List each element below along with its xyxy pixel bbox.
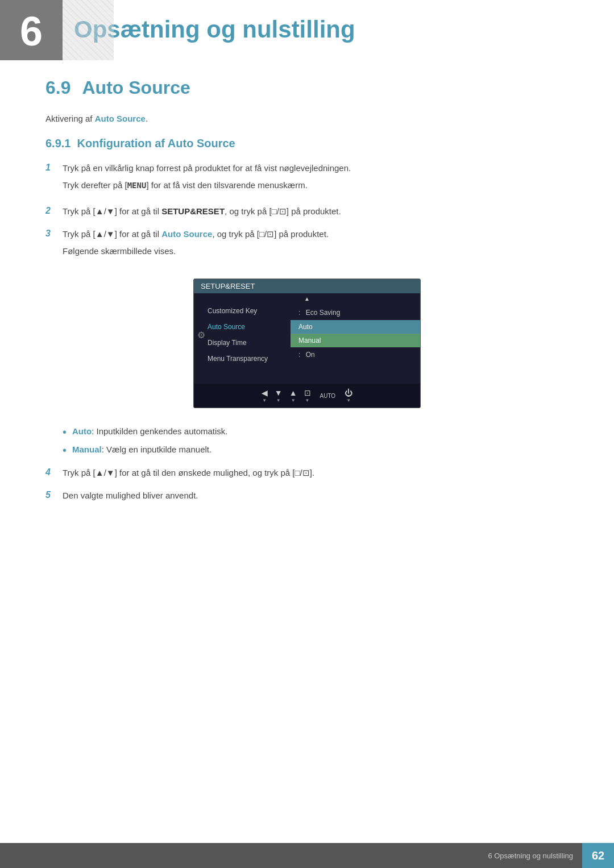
subsection-number: 6.9.1	[45, 137, 70, 149]
footer-page-number: 62	[582, 843, 614, 868]
menu-right-manual: Manual	[291, 334, 420, 347]
bullet-item-auto: • Auto: Inputkilden genkendes automatisk…	[63, 425, 569, 439]
bullet-dot-auto: •	[63, 425, 67, 439]
step-4-number: 4	[45, 466, 63, 477]
menu-screen-image: SETUP&RESET ▲ ⚙ Customized Key Auto Sour…	[45, 279, 569, 408]
bullet-manual-text: : Vælg en inputkilde manuelt.	[102, 445, 211, 454]
menu-title-bar: SETUP&RESET	[194, 279, 420, 293]
step-3-bold: Auto Source	[161, 229, 212, 239]
bottom-icon-back: ◀ ▼	[262, 388, 268, 403]
bullet-auto-text: : Inputkilden genkendes automatisk.	[92, 426, 227, 436]
menu-right-auto: Auto	[291, 320, 420, 334]
step-2-number: 2	[45, 205, 63, 216]
menu-key: MENU	[127, 181, 147, 190]
step-2-content: Tryk på [▲/▼] for at gå til SETUP&RESET,…	[63, 205, 569, 218]
bullet-auto-content: Auto: Inputkilden genkendes automatisk.	[72, 425, 227, 438]
step-4-content: Tryk på [▲/▼] for at gå til den ønskede …	[63, 466, 569, 480]
step-1-sub: Tryk derefter på [MENU] for at få vist d…	[63, 178, 569, 192]
step-2: 2 Tryk på [▲/▼] for at gå til SETUP&RESE…	[45, 205, 569, 218]
menu-up-arrow: ▲	[194, 293, 420, 303]
menu-right-on: : On	[291, 347, 420, 362]
intro-bold: Auto Source	[95, 114, 146, 123]
bullet-manual-bold: Manual	[72, 445, 102, 454]
chapter-header: 6 Opsætning og nulstilling	[0, 0, 614, 60]
step-3-sub: Følgende skærmbillede vises.	[63, 244, 569, 258]
step-3-content: Tryk på [▲/▼] for at gå til Auto Source,…	[63, 227, 569, 261]
menu-content-row: ⚙ Customized Key Auto Source Display Tim…	[200, 303, 420, 367]
subsection-title: Konfiguration af Auto Source	[77, 137, 235, 149]
bottom-icon-up: ▲ ▼	[289, 388, 297, 403]
main-content: 6.9Auto Source Aktivering af Auto Source…	[0, 60, 614, 557]
menu-item-customized: Customized Key	[200, 303, 291, 319]
step-2-bold: SETUP&RESET	[161, 206, 225, 216]
bottom-icon-enter: ⊡ ▼	[304, 388, 311, 403]
chapter-number-box: 6	[0, 0, 63, 60]
step-4: 4 Tryk på [▲/▼] for at gå til den ønsked…	[45, 466, 569, 480]
step-1-content: Tryk på en vilkårlig knap forrest på pro…	[63, 161, 569, 196]
step-1-main: Tryk på en vilkårlig knap forrest på pro…	[63, 163, 351, 173]
bullet-auto-bold: Auto	[72, 426, 92, 436]
chapter-title: Opsætning og nulstilling	[74, 0, 614, 43]
bottom-auto-label: AUTO	[320, 393, 336, 399]
step-5-number: 5	[45, 489, 63, 500]
menu-items-wrapper: ⚙ Customized Key Auto Source Display Tim…	[194, 303, 420, 367]
step-5: 5 Den valgte mulighed bliver anvendt.	[45, 489, 569, 502]
bottom-icon-power: ⏻ ▼	[345, 388, 352, 403]
section-title: Auto Source	[82, 77, 190, 98]
step-3-number: 3	[45, 227, 63, 239]
menu-item-displaytime: Display Time	[200, 335, 291, 351]
subsection-heading: 6.9.1 Konfiguration af Auto Source	[45, 137, 569, 150]
footer-section-text: 6 Opsætning og nulstilling	[488, 852, 582, 860]
intro-text: Aktivering af	[45, 114, 95, 123]
section-number: 6.9	[45, 77, 70, 98]
bullet-list: • Auto: Inputkilden genkendes automatisk…	[63, 425, 569, 457]
step-5-content: Den valgte mulighed bliver anvendt.	[63, 489, 569, 502]
menu-right-panel: : Eco Saving Auto Manual : On	[291, 303, 420, 367]
menu-item-menutransparency: Menu Transparency	[200, 351, 291, 367]
chapter-number: 6	[20, 11, 43, 52]
step-1: 1 Tryk på en vilkårlig knap forrest på p…	[45, 161, 569, 196]
intro-end: .	[146, 114, 148, 123]
menu-item-autosource: Auto Source	[200, 319, 291, 335]
page-footer: 6 Opsætning og nulstilling 62	[0, 843, 614, 868]
bullet-item-manual: • Manual: Vælg en inputkilde manuelt.	[63, 443, 569, 457]
bullet-manual-content: Manual: Vælg en inputkilde manuelt.	[72, 443, 211, 456]
section-heading: 6.9Auto Source	[45, 77, 569, 98]
menu-bottom-bar: ◀ ▼ ▼ ▼ ▲ ▼ ⊡ ▼ AUTO ⏻ ▼	[194, 384, 420, 408]
menu-screen: SETUP&RESET ▲ ⚙ Customized Key Auto Sour…	[193, 279, 421, 408]
gear-icon: ⚙	[197, 330, 205, 340]
menu-spacer	[194, 367, 420, 384]
menu-left-panel: Customized Key Auto Source Display Time …	[200, 303, 291, 367]
bullet-dot-manual: •	[63, 443, 67, 457]
intro-description: Aktivering af Auto Source.	[45, 112, 569, 126]
step-3: 3 Tryk på [▲/▼] for at gå til Auto Sourc…	[45, 227, 569, 261]
step-1-number: 1	[45, 161, 63, 173]
menu-right-ecosaving: : Eco Saving	[291, 305, 420, 320]
bottom-icon-down: ▼ ▼	[275, 388, 283, 403]
